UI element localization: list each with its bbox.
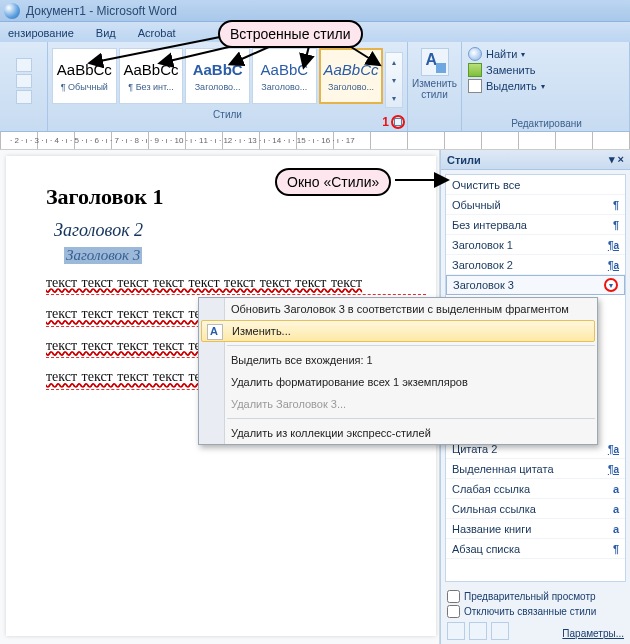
launcher-icon xyxy=(394,118,402,126)
style-gallery-more[interactable]: ▴ ▾ ▾ xyxy=(385,52,403,108)
disable-linked-checkbox[interactable]: Отключить связанные стили xyxy=(447,605,624,618)
paragraph-mark-icon xyxy=(613,199,619,211)
ctx-remove-gallery[interactable]: Удалить из коллекции экспресс-стилей xyxy=(199,422,597,444)
style-item-booktitle[interactable]: Название книги xyxy=(446,519,625,539)
style-item-normal[interactable]: Обычный xyxy=(446,195,625,215)
paragraph-mark-icon xyxy=(613,219,619,231)
char-mark-icon xyxy=(613,523,619,535)
body-line[interactable]: текст текст текст текст текст текст текс… xyxy=(46,272,426,295)
separator xyxy=(227,345,595,346)
change-styles-label: Изменить стили xyxy=(408,78,461,100)
modify-icon xyxy=(207,324,223,340)
replace-icon xyxy=(468,63,482,77)
style-item-h2[interactable]: Заголовок 2 xyxy=(446,255,625,275)
style-tile-h1[interactable]: AaBbC Заголово... xyxy=(185,48,250,104)
char-mark-icon xyxy=(613,503,619,515)
style-item-intenseref[interactable]: Сильная ссылка xyxy=(446,499,625,519)
editing-group: Найти ▾ Заменить Выделить ▾ Редактирован… xyxy=(462,42,630,131)
indent-decrease-icon[interactable] xyxy=(16,58,32,72)
office-orb-icon[interactable] xyxy=(4,3,20,19)
window-title: Документ1 - Microsoft Word xyxy=(26,4,177,18)
ctx-delete: Удалить Заголовок 3... xyxy=(199,393,597,415)
tab-acrobat[interactable]: Acrobat xyxy=(132,24,182,42)
change-styles-icon xyxy=(421,48,449,76)
expand-icon: ▾ xyxy=(392,94,396,103)
style-item-clear[interactable]: Очистить все xyxy=(446,175,625,195)
pane-footer: Предварительный просмотр Отключить связа… xyxy=(441,586,630,644)
select-button[interactable]: Выделить ▾ xyxy=(468,78,625,94)
sort-icon[interactable] xyxy=(16,90,32,104)
style-tile-h3[interactable]: AaBbCc Заголово... xyxy=(319,48,384,104)
callout-builtin-styles: Встроенные стили xyxy=(218,20,363,48)
ctx-clear-fmt[interactable]: Удалить форматирование всех 1 экземпляро… xyxy=(199,371,597,393)
char-mark-icon xyxy=(613,483,619,495)
replace-button[interactable]: Заменить xyxy=(468,62,625,78)
style-inspector-icon[interactable] xyxy=(469,622,487,640)
pane-menu-icon[interactable]: ▾ × xyxy=(609,153,624,166)
paragraph-mark-icon xyxy=(613,543,619,555)
title-bar: Документ1 - Microsoft Word xyxy=(0,0,630,22)
style-tile-normal[interactable]: AaBbCc ¶ Обычный xyxy=(52,48,117,104)
tab-view[interactable]: Вид xyxy=(90,24,122,42)
row-down-icon: ▾ xyxy=(392,76,396,85)
style-gallery: AaBbCc ¶ Обычный AaBbCc ¶ Без инт... AaB… xyxy=(50,44,405,108)
style-dropdown-button[interactable]: ▾ xyxy=(604,278,618,292)
heading2[interactable]: Заголовок 2 xyxy=(54,220,426,241)
ctx-update[interactable]: Обновить Заголовок 3 в соответствии с вы… xyxy=(199,298,597,320)
styles-group: AaBbCc ¶ Обычный AaBbCc ¶ Без инт... AaB… xyxy=(48,42,408,131)
manage-styles-icon[interactable] xyxy=(491,622,509,640)
style-item-subtleref[interactable]: Слабая ссылка xyxy=(446,479,625,499)
ctx-modify[interactable]: Изменить... xyxy=(201,320,595,342)
ctx-select-all[interactable]: Выделить все вхождения: 1 xyxy=(199,349,597,371)
style-item-h3[interactable]: Заголовок 3 ▾ xyxy=(446,275,625,295)
chevron-down-icon: ▾ xyxy=(541,82,545,91)
styles-dialog-launcher[interactable] xyxy=(391,115,405,129)
style-context-menu: Обновить Заголовок 3 в соответствии с вы… xyxy=(198,297,598,445)
new-style-icon[interactable] xyxy=(447,622,465,640)
find-button[interactable]: Найти ▾ xyxy=(468,46,625,62)
find-icon xyxy=(468,47,482,61)
linked-mark-icon xyxy=(608,239,619,251)
preview-checkbox[interactable]: Предварительный просмотр xyxy=(447,590,624,603)
style-item-nospacing[interactable]: Без интервала xyxy=(446,215,625,235)
tab-review[interactable]: ензирование xyxy=(2,24,80,42)
style-item-listpara[interactable]: Абзац списка xyxy=(446,539,625,559)
style-tile-h2[interactable]: AaBbC Заголово... xyxy=(252,48,317,104)
ribbon: AaBbCc ¶ Обычный AaBbCc ¶ Без инт... AaB… xyxy=(0,42,630,132)
editing-group-label: Редактировани xyxy=(468,117,625,131)
select-icon xyxy=(468,79,482,93)
separator xyxy=(227,418,595,419)
style-item-h1[interactable]: Заголовок 1 xyxy=(446,235,625,255)
styles-group-label: Стили xyxy=(50,108,405,122)
linked-mark-icon xyxy=(608,463,619,475)
group-label xyxy=(2,117,45,131)
row-up-icon: ▴ xyxy=(392,58,396,67)
heading3-selected[interactable]: Заголовок 3 xyxy=(64,247,142,264)
pane-titlebar[interactable]: Стили ▾ × xyxy=(441,150,630,170)
style-tile-nospacing[interactable]: AaBbCc ¶ Без инт... xyxy=(119,48,184,104)
options-link[interactable]: Параметры... xyxy=(562,628,624,639)
style-item-intensequote[interactable]: Выделенная цитата xyxy=(446,459,625,479)
callout-styles-pane: Окно «Стили» xyxy=(275,168,391,196)
change-styles-button[interactable]: Изменить стили xyxy=(408,42,462,131)
annotation-1: 1 xyxy=(382,115,389,129)
linked-mark-icon xyxy=(608,259,619,271)
horizontal-ruler[interactable]: · 2 · ı · 3 · ı · 4 · ı · 5 · ı · 6 · ı … xyxy=(0,132,630,150)
indent-increase-icon[interactable] xyxy=(16,74,32,88)
linked-mark-icon xyxy=(608,443,619,455)
pane-title-text: Стили xyxy=(447,154,481,166)
chevron-down-icon: ▾ xyxy=(521,50,525,59)
paragraph-group xyxy=(0,42,48,131)
